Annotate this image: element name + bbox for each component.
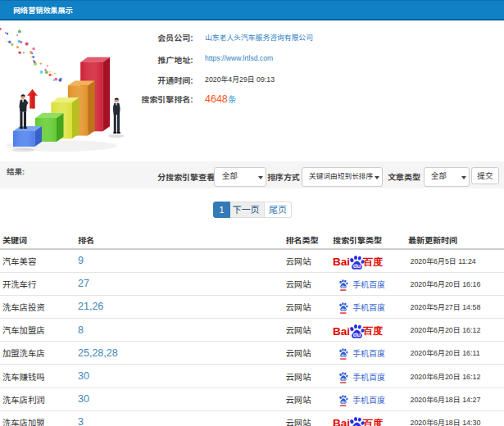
svg-text:du: du	[341, 399, 346, 403]
svg-text:du: du	[341, 353, 346, 357]
svg-text:du: du	[341, 283, 346, 288]
svg-text:du: du	[341, 307, 346, 311]
svg-text:du: du	[341, 376, 346, 380]
svg-text:du: du	[352, 262, 361, 270]
svg-text:du: du	[352, 331, 361, 338]
